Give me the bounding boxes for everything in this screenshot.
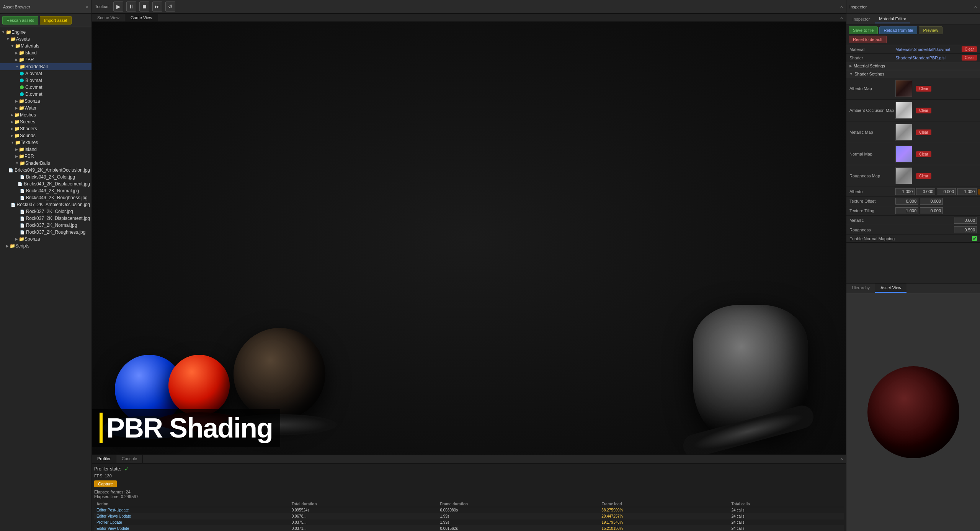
tree-item-shaders[interactable]: ▶ 📁 Shaders [0,125,91,132]
roughness-input[interactable] [954,226,977,233]
rescan-assets-button[interactable]: Rescan assets [2,16,38,25]
inspector-close[interactable]: × [974,4,977,10]
arrow-icon[interactable]: ▶ [15,51,18,55]
arrow-icon[interactable]: ▼ [2,30,5,34]
arrow-icon[interactable]: ▶ [11,113,13,117]
tree-item-scenes[interactable]: ▶ 📁 Scenes [0,118,91,125]
tree-item-a-ovmat[interactable]: A.ovmat [0,70,91,77]
tree-item-c-ovmat[interactable]: C.ovmat [0,84,91,91]
tree-item-textures[interactable]: ▼ 📁 Textures [0,139,91,146]
import-asset-button[interactable]: Import asset [40,16,72,25]
tree-item-sponza-mat[interactable]: ▶ 📁 Sponza [0,98,91,105]
list-item[interactable]: 📄Rock037_2K_Displacement.jpg [0,215,91,222]
tree-item-water-mat[interactable]: ▶ 📁 Water [0,105,91,111]
metallic-input[interactable] [954,217,977,224]
list-item[interactable]: 📄Bricks049_2K_Normal.jpg [0,187,91,194]
list-item[interactable]: 📄Rock037_2K_Color.jpg [0,208,91,215]
arrow-icon[interactable]: ▶ [11,127,13,131]
tree-item-shaderballs-tex[interactable]: ▼ 📁 ShaderBalls [0,160,91,167]
tree-item-b-ovmat[interactable]: B.ovmat [0,77,91,84]
pause-button[interactable]: ⏸ [126,2,136,11]
tree-item-pbr-tex[interactable]: ▶ 📁 PBR [0,153,91,160]
asset-browser-close[interactable]: × [85,4,88,10]
tree-item-sponza-tex[interactable]: ▶ 📁 Sponza [0,236,91,243]
arrow-icon[interactable]: ▶ [15,99,18,103]
tab-profiler[interactable]: Profiler [92,455,116,463]
tree-item-engine[interactable]: ▼ 📁 Engine [0,29,91,36]
profiler-close[interactable]: × [837,455,846,463]
shader-settings-header[interactable]: ▼ Shader Settings [846,70,980,78]
roughness-map-thumbnail[interactable] [895,167,912,184]
normal-map-clear-button[interactable]: Clear [916,151,931,157]
capture-button[interactable]: Capture [94,480,117,487]
save-to-file-button[interactable]: Save to file [849,26,878,34]
tree-item-meshes[interactable]: ▶ 📁 Meshes [0,111,91,118]
albedo-a-input[interactable] [957,188,977,195]
tree-item-scripts[interactable]: ▶ 📁 Scripts [0,243,91,249]
texture-tiling-x-input[interactable] [895,207,918,214]
ao-map-thumbnail[interactable] [895,102,912,119]
list-item[interactable]: 📄Bricks049_2K_Roughness.jpg [0,194,91,201]
xyzw-button[interactable]: XYZW [978,189,980,195]
stop-button[interactable]: ⏹ [139,2,149,11]
arrow-icon[interactable]: ▼ [11,44,14,48]
arrow-icon[interactable]: ▼ [15,65,19,69]
normal-map-thumbnail[interactable] [895,146,912,162]
tree-item-island-mat[interactable]: ▶ 📁 Island [0,49,91,56]
albedo-g-input[interactable] [916,188,935,195]
tab-console[interactable]: Console [116,455,143,463]
roughness-map-clear-button[interactable]: Clear [916,173,931,179]
albedo-b-input[interactable] [937,188,956,195]
reload-from-file-button[interactable]: Reload from file [879,26,917,34]
texture-offset-x-input[interactable] [895,198,918,205]
list-item[interactable]: 📄Bricks049_2K_Displacement.jpg [0,180,91,187]
reload-button[interactable]: ↺ [165,2,175,11]
arrow-icon[interactable]: ▶ [15,237,18,241]
arrow-icon[interactable]: ▶ [15,58,18,62]
tree-item-d-ovmat[interactable]: D.ovmat [0,91,91,98]
arrow-icon[interactable]: ▼ [15,161,19,165]
viewport-close[interactable]: × [837,14,846,21]
texture-offset-y-input[interactable] [920,198,943,205]
normal-mapping-checkbox[interactable] [972,236,977,241]
arrow-icon[interactable]: ▶ [11,120,13,124]
preview-button[interactable]: Preview [919,26,942,34]
tab-game-view[interactable]: Game View [125,14,158,21]
tree-item-materials[interactable]: ▼ 📁 Materials [0,43,91,49]
list-item[interactable]: 📄Rock037_2K_Normal.jpg [0,222,91,229]
material-settings-header[interactable]: ▶ Material Settings [846,62,980,70]
list-item[interactable]: 📄Rock037_2K_Roughness.jpg [0,229,91,236]
albedo-map-clear-button[interactable]: Clear [916,86,931,92]
tab-hierarchy[interactable]: Hierarchy [846,284,875,293]
arrow-icon[interactable]: ▶ [11,134,13,138]
tab-asset-view[interactable]: Asset View [875,284,906,293]
tab-inspector[interactable]: Inspector [849,15,874,23]
arrow-icon[interactable]: ▶ [15,106,18,110]
tree-item-island-tex[interactable]: ▶ 📁 Island [0,146,91,153]
metallic-map-thumbnail[interactable] [895,124,912,141]
tree-item-sounds[interactable]: ▶ 📁 Sounds [0,132,91,139]
play-button[interactable]: ▶ [113,2,123,11]
reset-to-default-button[interactable]: Reset to default [849,36,887,43]
list-item[interactable]: 📄Bricks049_2K_Color.jpg [0,174,91,180]
tree-item-pbr-mat[interactable]: ▶ 📁 PBR [0,56,91,63]
tree-item-shaderball[interactable]: ▼ 📁 ShaderBall [0,63,91,70]
tab-material-editor[interactable]: Material Editor [875,15,910,23]
arrow-icon[interactable]: ▼ [6,37,10,41]
albedo-r-input[interactable] [895,188,915,195]
ao-map-clear-button[interactable]: Clear [916,108,931,113]
list-item[interactable]: 📄Rock037_2K_AmbientOcclusion.jpg [0,201,91,208]
arrow-icon[interactable]: ▶ [15,148,18,151]
arrow-icon[interactable]: ▼ [11,141,14,144]
toolbar-close[interactable]: × [840,4,843,10]
next-button[interactable]: ⏭ [152,2,162,11]
albedo-map-thumbnail[interactable] [895,80,912,97]
texture-tiling-y-input[interactable] [920,207,943,214]
material-clear-button[interactable]: Clear [962,46,977,52]
metallic-map-clear-button[interactable]: Clear [916,129,931,135]
list-item[interactable]: 📄Bricks049_2K_AmbientOcclusion.jpg [0,167,91,174]
tab-scene-view[interactable]: Scene View [92,14,125,21]
tree-item-assets[interactable]: ▼ 📁 Assets [0,36,91,43]
arrow-icon[interactable]: ▶ [15,154,18,158]
arrow-icon[interactable]: ▶ [6,244,9,248]
